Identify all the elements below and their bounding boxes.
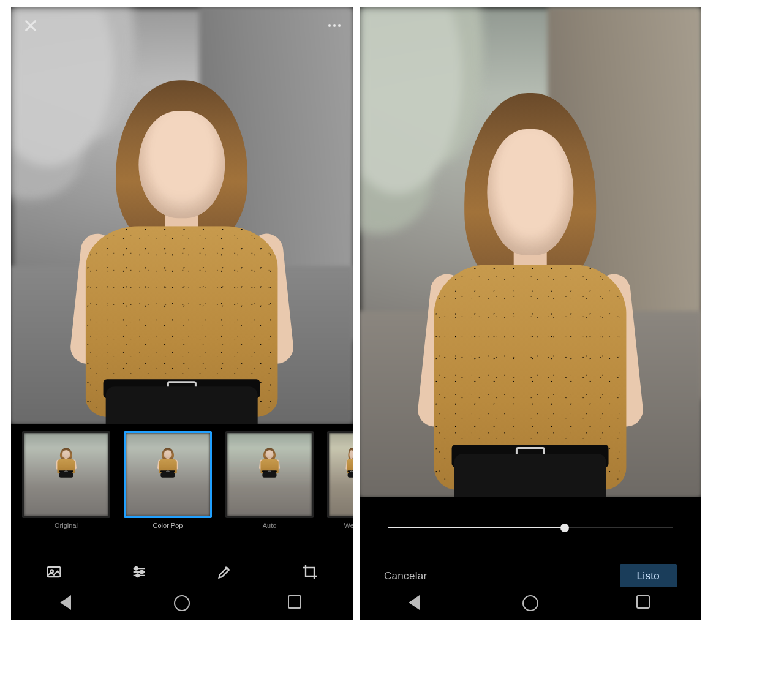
nav-back-icon[interactable] [60,595,76,611]
pants [106,387,258,424]
overflow-icon[interactable] [327,18,342,33]
filter-label: Original [22,522,110,535]
comparison-stage: Original Color Pop Auto West [0,0,784,692]
mode-crop-icon[interactable] [300,562,320,582]
nav-back-icon[interactable] [409,595,424,611]
filter-thumb-color-pop[interactable]: Color Pop [124,431,212,535]
face [139,111,225,218]
slider-fill [388,527,565,528]
filter-strip[interactable]: Original Color Pop Auto West [11,426,353,550]
subject-right [404,66,657,497]
filter-thumb-auto[interactable]: Auto [225,431,314,535]
android-navbar [11,587,353,620]
filter-label: Color Pop [124,522,212,535]
filter-label: West [327,522,353,535]
done-button[interactable]: Listo [620,564,677,589]
intensity-slider[interactable] [388,527,673,528]
android-navbar [360,587,701,620]
filter-thumb-original[interactable]: Original [22,431,110,535]
panel-divider [353,7,358,620]
cancel-button[interactable]: Cancelar [384,570,427,582]
mode-adjust-icon[interactable] [129,562,149,582]
phone-left: Original Color Pop Auto West [11,7,353,620]
filter-label: Auto [225,522,314,535]
filter-thumb-west[interactable]: West [327,431,353,535]
subject-left [56,58,309,424]
close-icon[interactable] [22,17,39,34]
svg-point-4 [137,574,140,577]
phone-right: Cancelar Listo [360,7,701,620]
pants [454,454,606,497]
nav-recents-icon[interactable] [636,595,652,611]
nav-recents-icon[interactable] [288,595,304,611]
preview-right [360,7,701,497]
editor-topbar [11,7,353,44]
svg-point-3 [141,571,144,574]
face [488,129,573,255]
svg-point-2 [135,567,138,570]
slider-knob[interactable] [560,524,569,532]
nav-home-icon[interactable] [522,595,538,611]
mode-filters-icon[interactable] [43,562,64,582]
intensity-slider-zone [360,510,701,546]
mode-markup-icon[interactable] [214,562,235,582]
preview-left [11,7,353,424]
nav-home-icon[interactable] [174,595,190,611]
